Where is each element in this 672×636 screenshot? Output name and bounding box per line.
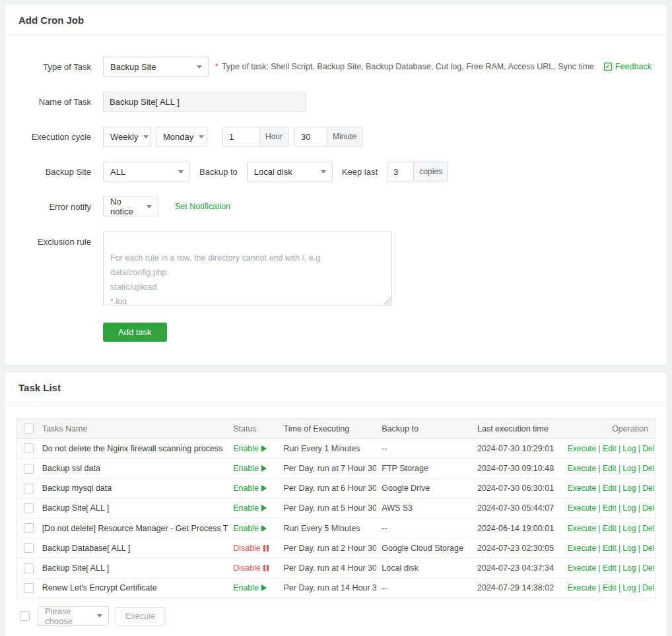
op-edit-link[interactable]: Edit	[603, 464, 617, 473]
op-edit-link[interactable]: Edit	[603, 524, 617, 533]
status-disable[interactable]: Disable	[233, 563, 269, 573]
select-all-checkbox[interactable]	[24, 424, 34, 433]
op-separator: |	[596, 484, 603, 493]
task-name: Backup Site[ ALL ]	[37, 558, 228, 578]
type-of-task-label: Type of Task	[5, 62, 91, 72]
task-table: Tasks Name Status Time of Executing Back…	[17, 418, 655, 598]
cycle-period-selected-value: Weekly	[110, 132, 138, 142]
row-checkbox[interactable]	[24, 543, 34, 553]
status-enable[interactable]: Enable	[233, 464, 267, 473]
status-enable[interactable]: Enable	[233, 484, 267, 493]
status-enable[interactable]: Enable	[233, 583, 267, 592]
cycle-period-select[interactable]: Weekly	[103, 127, 151, 146]
name-of-task-input[interactable]	[103, 92, 306, 111]
cycle-day-select[interactable]: Monday	[156, 127, 207, 146]
hour-input[interactable]	[223, 127, 259, 146]
op-separator: |	[636, 544, 642, 553]
op-execute-link[interactable]: Execute	[568, 503, 596, 513]
op-log-link[interactable]: Log	[622, 503, 636, 513]
error-notify-select[interactable]: No notice	[103, 197, 158, 216]
op-log-link[interactable]: Log	[622, 444, 636, 453]
error-notify-selected-value: No notice	[110, 197, 141, 216]
op-edit-link[interactable]: Edit	[603, 484, 617, 493]
op-execute-link[interactable]: Execute	[568, 464, 596, 473]
task-operations: Execute | Edit | Log | Del	[562, 558, 655, 578]
resize-handle[interactable]	[384, 298, 391, 304]
op-del-link[interactable]: Del	[642, 524, 654, 533]
op-log-link[interactable]: Log	[622, 583, 636, 592]
row-checkbox[interactable]	[24, 464, 34, 474]
footer-select-all-checkbox[interactable]	[20, 611, 30, 621]
op-edit-link[interactable]: Edit	[603, 444, 617, 453]
op-edit-link[interactable]: Edit	[603, 503, 617, 513]
status-enable[interactable]: Enable	[233, 503, 267, 513]
row-checkbox[interactable]	[24, 583, 34, 593]
status-disable[interactable]: Disable	[233, 544, 269, 553]
op-edit-link[interactable]: Edit	[603, 563, 617, 573]
name-of-task-label: Name of Task	[5, 97, 91, 107]
op-execute-link[interactable]: Execute	[568, 563, 596, 573]
op-del-link[interactable]: Del	[642, 464, 654, 473]
task-table-wrap: Tasks Name Status Time of Executing Back…	[5, 402, 667, 636]
op-log-link[interactable]: Log	[622, 524, 636, 533]
op-execute-link[interactable]: Execute	[568, 524, 596, 533]
backup-to-select[interactable]: Local disk	[247, 162, 333, 181]
op-execute-link[interactable]: Execute	[568, 444, 596, 453]
op-separator: |	[596, 544, 603, 553]
backup-to-label: Backup to	[199, 167, 238, 177]
op-log-link[interactable]: Log	[622, 464, 636, 473]
row-checkbox[interactable]	[24, 503, 34, 513]
row-checkbox[interactable]	[24, 484, 34, 493]
op-separator: |	[636, 464, 642, 473]
op-log-link[interactable]: Log	[622, 563, 636, 573]
chevron-down-icon	[197, 65, 202, 69]
add-task-button[interactable]: Add task	[103, 323, 167, 342]
op-edit-link[interactable]: Edit	[603, 544, 617, 553]
table-row: Do not delete the Nginx firewall scannin…	[17, 439, 655, 459]
table-row: Renew Let's Encrypt CertificateEnablePer…	[17, 578, 655, 598]
set-notification-link[interactable]: Set Notification	[175, 202, 230, 211]
chevron-down-icon	[199, 135, 204, 139]
type-of-task-select[interactable]: Backup Site	[103, 57, 209, 77]
status-enable[interactable]: Enable	[233, 444, 267, 453]
backup-site-select[interactable]: ALL	[103, 162, 190, 181]
keep-last-input[interactable]	[387, 162, 413, 181]
task-name: Backup ssl data	[37, 459, 228, 478]
table-header-row: Tasks Name Status Time of Executing Back…	[17, 419, 655, 439]
table-row: [Do not delete] Resource Manager - Get P…	[17, 519, 655, 538]
op-execute-link[interactable]: Execute	[568, 544, 596, 553]
status-enable[interactable]: Enable	[233, 524, 267, 533]
feedback-link[interactable]: Feedback	[603, 62, 652, 71]
op-del-link[interactable]: Del	[642, 583, 654, 592]
play-icon	[261, 445, 267, 452]
row-checkbox[interactable]	[24, 443, 34, 453]
op-del-link[interactable]: Del	[642, 563, 654, 573]
batch-execute-button[interactable]: Execute	[116, 607, 165, 625]
table-row: Backup mysql dataEnablePer Day, run at 6…	[17, 478, 655, 498]
op-separator: |	[596, 583, 603, 592]
op-del-link[interactable]: Del	[642, 444, 654, 453]
op-separator: |	[636, 583, 642, 592]
minute-input[interactable]	[295, 127, 327, 146]
batch-action-select[interactable]: Please choose	[38, 606, 109, 626]
op-execute-link[interactable]: Execute	[568, 484, 596, 493]
op-execute-link[interactable]: Execute	[568, 583, 596, 592]
op-log-link[interactable]: Log	[622, 484, 636, 493]
chevron-down-icon	[147, 205, 152, 208]
op-del-link[interactable]: Del	[642, 544, 654, 553]
form-row-backup-site: Backup Site ALL Backup to Local disk Kee…	[5, 162, 667, 181]
task-backup-to: Google Cloud Storage	[376, 538, 472, 558]
op-separator: |	[596, 464, 603, 473]
row-checkbox[interactable]	[24, 563, 34, 573]
exclusion-rule-textarea[interactable]: For each rule in a row, the directory ca…	[103, 232, 392, 305]
op-del-link[interactable]: Del	[642, 503, 654, 513]
task-time: Per Day, run at 2 Hour 30 Min	[279, 538, 377, 558]
op-separator: |	[636, 444, 642, 453]
task-operations: Execute | Edit | Log | Del	[562, 519, 655, 538]
op-del-link[interactable]: Del	[642, 484, 654, 493]
op-log-link[interactable]: Log	[622, 544, 636, 553]
row-checkbox[interactable]	[24, 523, 34, 533]
backup-to-selected-value: Local disk	[254, 167, 292, 177]
table-row: Backup ssl dataEnablePer Day, run at 7 H…	[17, 459, 655, 478]
op-edit-link[interactable]: Edit	[603, 583, 617, 592]
